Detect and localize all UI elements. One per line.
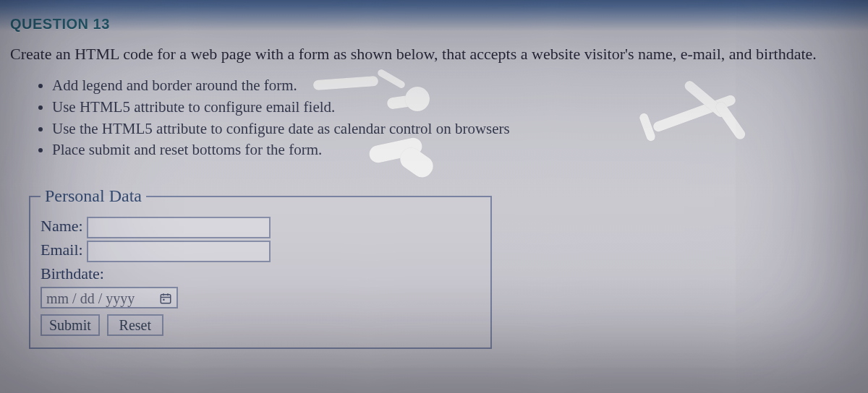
reset-button[interactable]: Reset	[107, 314, 163, 336]
email-label: Email:	[41, 241, 83, 259]
button-row: Submit Reset	[41, 308, 480, 336]
email-input[interactable]	[87, 241, 271, 262]
question-number: QUESTION 13	[10, 16, 110, 33]
question-prompt: Create an HTML code for a web page with …	[10, 45, 862, 64]
svg-rect-0	[161, 295, 171, 303]
sample-form: Personal Data Name: Email: Birthdate: mm…	[29, 186, 492, 349]
page: { "question_header": "QUESTION 13", "pro…	[0, 0, 868, 393]
date-placeholder: mm / dd / yyyy	[46, 290, 135, 306]
row-birthdate: Birthdate:	[41, 264, 480, 283]
scribble	[405, 87, 430, 111]
birthdate-label: Birthdate:	[41, 264, 104, 283]
name-label: Name:	[41, 217, 83, 236]
legend: Personal Data	[41, 186, 146, 206]
name-input[interactable]	[87, 217, 271, 238]
birthdate-input[interactable]: mm / dd / yyyy	[41, 287, 178, 308]
svg-rect-4	[163, 299, 164, 301]
row-name: Name:	[41, 217, 480, 238]
list-item: Add legend and border around the form.	[52, 75, 854, 97]
row-email: Email:	[41, 241, 480, 262]
submit-button[interactable]: Submit	[41, 314, 100, 336]
list-item: Place submit and reset bottoms for the f…	[52, 139, 854, 161]
calendar-icon	[159, 292, 172, 305]
fieldset-personal-data: Personal Data Name: Email: Birthdate: mm…	[29, 186, 492, 349]
